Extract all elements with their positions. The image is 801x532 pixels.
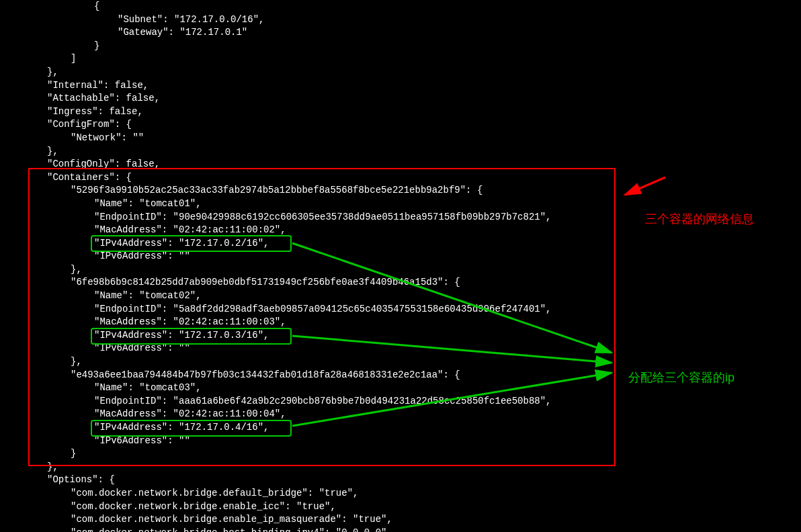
- code-line: },: [47, 145, 552, 159]
- code-line: "ConfigFrom": {: [47, 118, 552, 132]
- terminal-output: {"Subnet": "172.17.0.0/16","Gateway": "1…: [0, 0, 552, 532]
- code-line: },: [47, 66, 552, 79]
- code-line: "EndpointID": "90e90429988c6192cc606305e…: [47, 211, 552, 224]
- code-line: "Containers": {: [47, 171, 552, 185]
- code-line: "MacAddress": "02:42:ac:11:00:03",: [47, 316, 552, 329]
- code-line: "MacAddress": "02:42:ac:11:00:02",: [47, 224, 552, 237]
- code-line: "Network": "": [47, 132, 552, 145]
- annotation-assigned-ip: 分配给三个容器的ip: [628, 369, 734, 386]
- code-line: "Name": "tomcat02",: [47, 290, 552, 303]
- code-line: "e493a6ee1baa794484b47b97fb03c134432fab0…: [47, 369, 552, 382]
- code-line: ]: [47, 52, 552, 66]
- code-line: "IPv6Address": "": [47, 250, 552, 263]
- code-line: "com.docker.network.bridge.host_binding_…: [47, 527, 552, 532]
- code-line: "Options": {: [47, 474, 552, 487]
- annotation-network-info: 三个容器的网络信息: [645, 211, 754, 228]
- code-line: "EndpointID": "aaa61a6be6f42a9b2c290bcb8…: [47, 395, 552, 408]
- code-line: "Gateway": "172.17.0.1": [47, 26, 552, 40]
- code-line: "MacAddress": "02:42:ac:11:00:04",: [47, 408, 552, 421]
- code-line: "ConfigOnly": false,: [47, 158, 552, 171]
- code-line: }: [47, 447, 552, 461]
- code-line: "Subnet": "172.17.0.0/16",: [47, 13, 552, 27]
- code-line: "Name": "tomcat03",: [47, 382, 552, 395]
- code-line: "com.docker.network.bridge.enable_ip_mas…: [47, 513, 552, 527]
- code-line: "6fe98b6b9c8142b25dd7ab909eb0dbf51731949…: [47, 276, 552, 290]
- code-line: "IPv6Address": "": [47, 435, 552, 448]
- code-line: "Internal": false,: [47, 79, 552, 93]
- code-line: "Ingress": false,: [47, 105, 552, 119]
- code-line: "IPv4Address": "172.17.0.2/16",: [47, 237, 552, 251]
- code-line: "com.docker.network.bridge.default_bridg…: [47, 487, 552, 500]
- code-line: "com.docker.network.bridge.enable_icc": …: [47, 500, 552, 514]
- svg-line-0: [625, 177, 665, 195]
- code-line: },: [47, 461, 552, 474]
- code-line: "5296f3a9910b52ac25ac33ac33fab2974b5a12b…: [47, 184, 552, 197]
- code-line: "Name": "tomcat01",: [47, 197, 552, 211]
- code-line: "Attachable": false,: [47, 92, 552, 105]
- code-line: "EndpointID": "5a8df2dd298adf3aeb09857a0…: [47, 303, 552, 316]
- code-line: "IPv4Address": "172.17.0.4/16",: [47, 421, 552, 435]
- code-line: },: [47, 355, 552, 369]
- code-line: },: [47, 263, 552, 277]
- code-line: {: [47, 0, 552, 13]
- code-line: }: [47, 40, 552, 53]
- code-line: "IPv6Address": "": [47, 342, 552, 355]
- code-line: "IPv4Address": "172.17.0.3/16",: [47, 329, 552, 343]
